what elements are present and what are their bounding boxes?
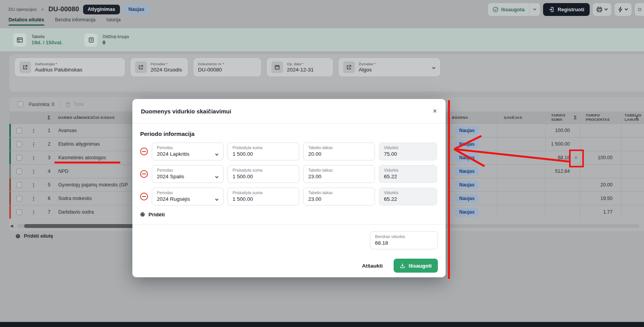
row-status-badge: Naujas — [455, 181, 479, 190]
col-header-tabelio-laikas[interactable]: TABELIOLAIKAS — [621, 111, 644, 123]
row-tarifo-suma: 512.84 — [555, 169, 570, 174]
plus-circle-icon: ⊕ — [16, 233, 21, 239]
col-header-gavejas[interactable]: GAVĖJAS — [497, 111, 545, 123]
saved-button[interactable]: Išsaugota — [488, 3, 540, 16]
zurnalas-field[interactable]: Žurnalas* Algos — [339, 58, 440, 76]
save-button[interactable]: Išsaugoti — [394, 259, 438, 273]
row-checkbox[interactable] — [16, 155, 22, 161]
period-select[interactable]: Periodas 2024 Spalis — [152, 165, 224, 183]
clipped-icon — [638, 7, 641, 12]
register-button[interactable]: Registruoti — [543, 3, 590, 16]
didzioji-knyga-info[interactable]: Didžioji knyga 0 — [84, 33, 129, 47]
row-number: 4 — [40, 165, 54, 178]
priskaityta-suma-input[interactable]: Priskaityta suma 1 500.00 — [227, 143, 299, 160]
remove-period-icon[interactable] — [140, 148, 148, 155]
vidurkis-readonly: Vidurkis 75.00 — [379, 143, 437, 160]
lightning-icon — [618, 7, 623, 12]
col-header-tarifo-procentas[interactable]: TARIFOPROCENTAS Σ — [580, 111, 621, 123]
periodas-field[interactable]: Periodas* 2024 Gruodis — [131, 58, 187, 76]
row-menu-icon[interactable]: ⋮ — [27, 192, 40, 205]
row-tarifo-procentas: 20.00 — [580, 178, 621, 191]
remove-period-icon[interactable] — [140, 193, 148, 200]
tabelio-laikas-input[interactable]: Tabelio laikas 23.00 — [303, 188, 375, 205]
row-checkbox[interactable] — [16, 196, 22, 202]
vidurkis-value: 75.00 — [384, 151, 432, 157]
row-menu-icon[interactable]: ⋮ — [27, 124, 40, 137]
period-row: Periodas 2024 Spalis Priskaityta suma 1 … — [140, 165, 438, 183]
add-period-button[interactable]: ⊕ Pridėti — [140, 211, 438, 218]
col-header-busena[interactable]: BŪSENA — [448, 111, 497, 123]
priskaityta-label: Priskaityta suma — [233, 168, 294, 172]
period-value: 2024 Lapkritis — [157, 151, 219, 157]
remove-period-icon[interactable] — [140, 170, 148, 178]
row-status-bar — [9, 151, 11, 164]
tab-istorija[interactable]: Istorija — [106, 17, 121, 26]
tabelio-label: Tabelio laikas — [308, 168, 370, 172]
scroll-left-arrow-icon[interactable]: ◀ — [10, 224, 13, 228]
period-select[interactable]: Periodas 2024 Lapkritis — [152, 143, 224, 160]
sigma-icon[interactable]: Σ — [47, 115, 50, 120]
priskaityta-suma-input[interactable]: Priskaityta suma 1 500.00 — [227, 165, 299, 183]
document-form-panel: Darbuotojas* Audrius Palubinskas Perioda… — [9, 54, 644, 92]
row-checkbox[interactable] — [16, 209, 22, 215]
priskaityta-value: 1 500.00 — [233, 196, 294, 202]
summary-info-bar: Tabelis 19d. / 150val. Didžioji knyga 0 — [0, 28, 644, 51]
row-tabelio-laikas — [621, 192, 644, 205]
row-number: 7 — [40, 205, 54, 219]
row-menu-icon[interactable]: ⋮ — [27, 165, 40, 178]
row-number: 5 — [40, 178, 54, 191]
col-header-tarifo-suma[interactable]: TARIFOSUMA Σ — [545, 111, 580, 123]
row-average-menu-icon[interactable]: ≡ — [575, 155, 577, 160]
tabelio-label: Tabelio laikas — [308, 145, 370, 150]
chevron-down-icon — [215, 195, 219, 202]
saved-dropdown-toggle[interactable] — [529, 3, 540, 16]
period-select[interactable]: Periodas 2024 Rugsėjis — [152, 188, 224, 205]
row-tabelio-laikas — [621, 124, 644, 137]
row-menu-icon[interactable]: ⋮ — [27, 151, 40, 164]
tabelio-laikas-input[interactable]: Tabelio laikas 20.00 — [303, 143, 375, 160]
save-icon — [400, 263, 405, 268]
tab-detalios-eilutes[interactable]: Detalios eilutės — [9, 17, 44, 26]
vidurkis-readonly: Vidurkis 65.22 — [379, 188, 437, 205]
sigma-icon[interactable]: Σ — [574, 115, 577, 120]
darbuotojas-field[interactable]: Darbuotojas* Audrius Palubinskas — [15, 58, 125, 76]
row-menu-icon[interactable]: ⋮ — [27, 205, 40, 219]
row-status-bar — [9, 178, 11, 191]
dokumento-nr-field[interactable]: Dokumento nr.* DU-00080 — [194, 58, 261, 76]
tabelio-laikas-input[interactable]: Tabelio laikas 23.00 — [303, 165, 375, 183]
print-button[interactable] — [593, 3, 611, 16]
actions-button[interactable] — [614, 3, 632, 16]
bendras-label: Bendras vidurkis — [375, 234, 433, 239]
tabelis-info[interactable]: Tabelis 19d. / 150val. — [13, 33, 62, 47]
row-menu-icon[interactable]: ⋮ — [27, 137, 40, 151]
row-status-bar — [9, 165, 11, 178]
knyga-value: 0 — [102, 40, 129, 45]
tab-bendra-informacija[interactable]: Bendra informacija — [55, 17, 95, 26]
average-data-modal: Duomenys vidurkio skaičiavimui ✕ Periodo… — [132, 99, 446, 277]
add-row-button[interactable]: ⊕ Pridėti eilutę — [16, 233, 53, 239]
delete-button[interactable]: Trinti — [66, 102, 83, 107]
more-button-clipped[interactable] — [635, 3, 644, 16]
vidurkis-label: Vidurkis — [384, 190, 432, 195]
row-tabelio-laikas — [621, 137, 644, 151]
priskaityta-suma-input[interactable]: Priskaityta suma 1 500.00 — [227, 188, 299, 205]
select-all-checkbox[interactable] — [17, 101, 23, 107]
bendras-value: 68.18 — [375, 240, 433, 246]
row-checkbox[interactable] — [16, 169, 22, 174]
sigma-icon[interactable]: Σ — [635, 115, 639, 120]
tabelio-value: 23.00 — [308, 174, 370, 179]
tabelis-value: 19d. / 150val. — [31, 40, 62, 45]
close-icon[interactable]: ✕ — [432, 108, 437, 114]
chevron-down-icon[interactable] — [432, 64, 436, 71]
chevron-down-icon — [604, 8, 608, 10]
cancel-button[interactable]: Atšaukti — [362, 263, 382, 269]
row-checkbox[interactable] — [16, 182, 22, 188]
row-checkbox[interactable] — [16, 128, 22, 134]
register-button-label: Registruoti — [557, 7, 584, 12]
breadcrumb[interactable]: DU operacijos — [9, 7, 36, 12]
row-checkbox[interactable] — [16, 141, 22, 147]
row-status-badge: Naujas — [455, 167, 479, 176]
op-data-field[interactable]: Op. data* 2024-12-31 — [267, 58, 333, 76]
opdata-value: 2024-12-31 — [287, 67, 314, 73]
row-menu-icon[interactable]: ⋮ — [27, 178, 40, 191]
